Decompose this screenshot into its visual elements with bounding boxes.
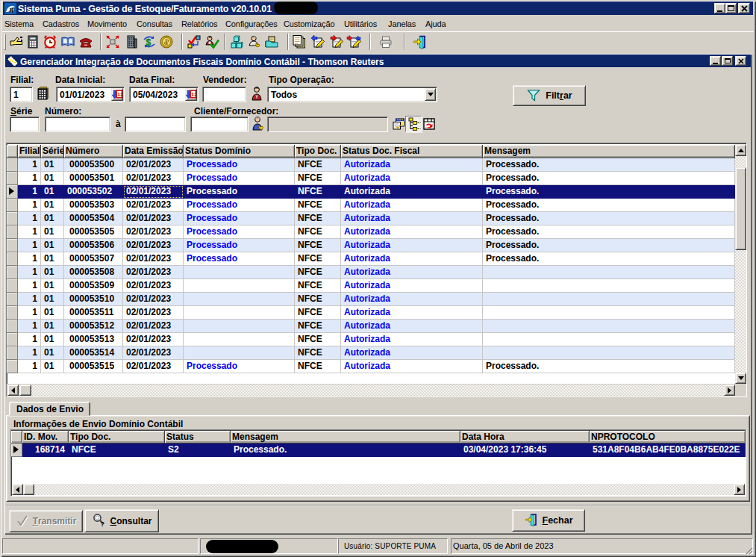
- svg-text:12: 12: [117, 91, 122, 98]
- svg-text:?: ?: [101, 520, 105, 527]
- svg-text:$: $: [146, 37, 151, 48]
- svg-text:12: 12: [191, 91, 196, 98]
